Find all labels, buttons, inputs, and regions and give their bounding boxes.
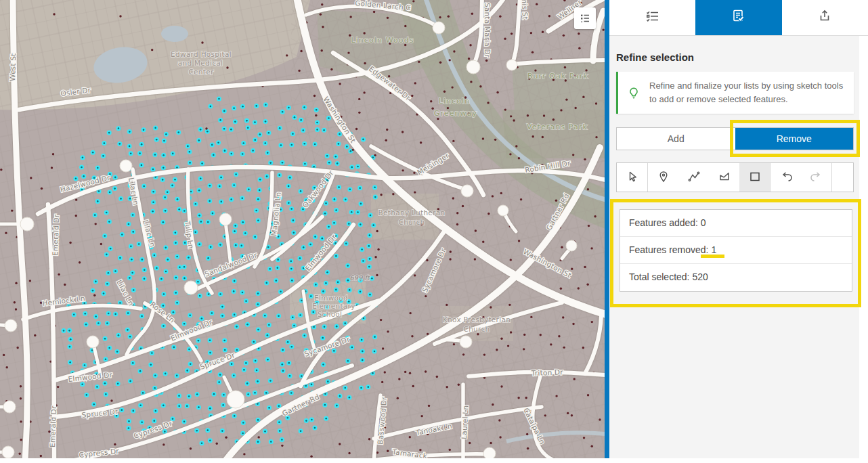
features-removed-row: Features removed: 1 <box>620 237 852 264</box>
map-label: Burr Oak Park <box>527 72 588 81</box>
map-label: 699 ft <box>349 274 371 282</box>
selection-stats: Features added: 0 Features removed: 1 To… <box>610 199 861 307</box>
rectangle-tool-button[interactable] <box>739 163 770 192</box>
legend-icon <box>578 12 592 25</box>
total-selected-text: Total selected: 520 <box>629 271 708 282</box>
features-added-text: Features added: 0 <box>629 217 706 228</box>
list-check-icon <box>645 8 661 27</box>
select-tool-button[interactable] <box>617 163 647 192</box>
stats-card: Features added: 0 Features removed: 1 To… <box>620 209 852 292</box>
map-label: West St <box>8 53 17 81</box>
page-title: Refine selection <box>616 51 859 63</box>
total-selected-row: Total selected: 520 <box>620 264 852 291</box>
map-label: Santa Maria Dr <box>483 3 492 58</box>
polygon-tool-button[interactable] <box>709 163 739 192</box>
legend-button[interactable] <box>574 7 596 29</box>
map-canvas[interactable]: West StOsler DrGolden Larch CSanta Maria… <box>0 0 605 458</box>
features-removed-text: Features removed: 1 <box>629 244 716 255</box>
sketch-toolbar <box>616 162 854 192</box>
redo-button[interactable] <box>801 163 831 192</box>
map-label: Bethany Lutheran <box>378 208 446 217</box>
features-added-row: Features added: 0 <box>620 210 852 237</box>
point-pin-icon <box>657 170 670 185</box>
tab-refine-selection[interactable] <box>695 0 781 35</box>
map-label: Edward Hospital <box>171 50 232 58</box>
app-window: West StOsler DrGolden Larch CSanta Maria… <box>0 0 868 463</box>
panel-body: Refine selection Refine and finalize you… <box>609 36 859 458</box>
polygon-icon <box>718 170 731 185</box>
export-icon <box>817 8 833 27</box>
polyline-icon <box>687 170 701 185</box>
map-label: Center <box>188 68 214 76</box>
polyline-tool-button[interactable] <box>678 163 709 192</box>
tip-card: Refine and finalize your lists by using … <box>616 72 854 114</box>
point-tool-button[interactable] <box>648 163 678 192</box>
map-label: Knox Presbyterian <box>443 315 511 324</box>
map-label: Lincoln <box>439 97 471 106</box>
map-label: Emerald Dr <box>48 405 58 447</box>
rectangle-icon <box>748 170 762 185</box>
pointer-icon <box>626 170 639 185</box>
toolbar-separator <box>831 163 832 192</box>
map-label: Elementary <box>312 302 355 310</box>
map-label: Church <box>464 325 490 333</box>
map-label: Church <box>399 218 425 226</box>
map-label: Greenway <box>434 109 477 118</box>
map-label: Lincoln Woods <box>351 36 414 45</box>
map-label: Veterans Park <box>527 123 588 131</box>
panel-tabbar <box>609 0 868 36</box>
map-label: Triton Dr <box>531 368 564 377</box>
remove-button[interactable]: Remove <box>735 128 854 150</box>
bottom-margin <box>0 458 868 463</box>
add-button[interactable]: Add <box>617 128 735 150</box>
lightbulb-icon <box>618 86 649 100</box>
mode-switch: Add Remove <box>616 127 854 150</box>
redo-icon <box>810 170 823 185</box>
removed-count-underline <box>701 255 724 258</box>
undo-button[interactable] <box>771 163 801 192</box>
refine-panel: Refine selection Refine and finalize you… <box>609 0 868 458</box>
undo-icon <box>779 170 793 185</box>
refine-selection-icon <box>731 8 747 27</box>
map-label: Emerald Dr <box>51 214 60 256</box>
map-label: Loomis St <box>520 0 529 20</box>
map-label: and Medical <box>178 59 223 67</box>
tab-export[interactable] <box>782 0 868 35</box>
map-panel-divider <box>605 0 609 458</box>
tab-lists[interactable] <box>609 0 695 35</box>
map-label: School <box>318 310 343 318</box>
tip-text: Refine and finalize your lists by using … <box>649 72 852 114</box>
map-label: Elmwood <box>314 294 348 302</box>
